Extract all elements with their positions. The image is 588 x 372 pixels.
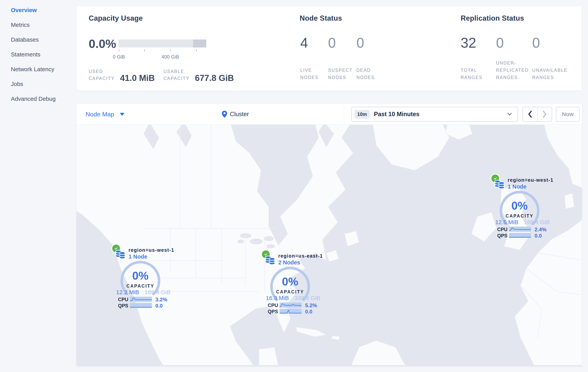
time-range-badge: 10m <box>355 110 370 119</box>
qps-value: 0.0 <box>535 233 542 239</box>
capacity-bar-tick-label: 0 GiB <box>113 54 125 60</box>
node-map-toolbar: Node Map Cluster 10m Past 10 Minutes <box>76 104 582 125</box>
qps-value: 0.0 <box>155 303 163 309</box>
usable-capacity-metric: USABLE CAPACITY 677.8 GiB <box>164 68 234 82</box>
used-capacity-label: USED CAPACITY <box>89 68 115 82</box>
region-capacity-percent: 0% <box>270 275 311 288</box>
dead-nodes-count: 0 <box>357 35 375 51</box>
chevron-down-icon <box>120 113 125 116</box>
region-name: region=us-east-1 <box>278 253 323 259</box>
qps-value: 0.0 <box>305 309 313 315</box>
live-nodes-stat: 4 LIVENODES <box>300 35 318 81</box>
sidebar-item-databases[interactable]: Databases <box>0 32 76 47</box>
usable-capacity-value: 677.8 GiB <box>195 73 234 83</box>
capacity-gauge-label: CAPACITY <box>270 289 311 295</box>
node-map[interactable]: region=us-west-1 1 Node 0% CAPACITY 12.2… <box>76 125 582 366</box>
time-range-dropdown[interactable]: 10m Past 10 Minutes <box>351 107 518 122</box>
under-replicated-ranges-label: UNDER-REPLICATEDRANGES <box>496 60 529 81</box>
capacity-gauge-label: CAPACITY <box>120 284 161 289</box>
chevron-right-icon <box>542 110 547 118</box>
cpu-sparkline <box>280 303 302 308</box>
capacity-bar-tick-label: 400 GiB <box>162 54 179 60</box>
used-capacity-metric: USED CAPACITY 41.0 MiB <box>89 68 155 82</box>
used-capacity-value: 41.0 MiB <box>120 73 155 83</box>
capacity-bar-tick <box>196 49 197 52</box>
cpu-label: CPU <box>118 297 128 302</box>
now-button[interactable]: Now <box>556 107 580 122</box>
capacity-bar: 0 GiB400 GiB <box>118 40 206 65</box>
sidebar-item-network-latency[interactable]: Network Latency <box>0 62 76 77</box>
region-cpu-row: CPU 3.2% <box>118 297 172 302</box>
cpu-value: 3.2% <box>155 297 168 303</box>
dead-nodes-label: DEADNODES <box>357 67 375 81</box>
region-capacity-percent: 0% <box>499 199 540 212</box>
cpu-sparkline <box>509 227 531 232</box>
capacity-bar-track <box>118 40 206 47</box>
sidebar-nav: Overview Metrics Databases Statements Ne… <box>0 0 76 372</box>
capacity-usage-title: Capacity Usage <box>89 14 143 22</box>
region-name: region=eu-west-1 <box>508 177 553 183</box>
cpu-value: 2.4% <box>535 227 546 233</box>
live-nodes-count: 4 <box>300 35 318 51</box>
breadcrumb-label: Cluster <box>230 111 249 118</box>
unavailable-ranges-stat: 0 UNAVAILABLERANGES <box>532 35 567 81</box>
breadcrumb[interactable]: Cluster <box>222 104 249 125</box>
suspect-nodes-stat: 0 SUSPECTNODES <box>328 35 353 81</box>
qps-sparkline <box>130 303 152 308</box>
region-qps-row: QPS 0.0 <box>268 309 321 314</box>
cpu-label: CPU <box>497 227 507 232</box>
region-node-us-east-1[interactable]: region=us-east-1 2 Nodes 0% CAPACITY 16.… <box>261 249 321 315</box>
total-ranges-label: TOTALRANGES <box>461 67 483 81</box>
sidebar-item-jobs[interactable]: Jobs <box>0 77 76 91</box>
cpu-sparkline <box>130 297 152 302</box>
view-mode-dropdown[interactable]: Node Map <box>85 104 125 125</box>
region-total-capacity: 169.4 GiB <box>145 289 170 296</box>
time-window-pager <box>523 107 552 122</box>
region-total-capacity: 338.9 GiB <box>294 295 320 301</box>
under-replicated-ranges-count: 0 <box>496 35 529 51</box>
prev-time-window-button[interactable] <box>523 107 537 121</box>
sidebar-item-overview[interactable]: Overview <box>0 3 76 18</box>
suspect-nodes-label: SUSPECTNODES <box>328 67 353 81</box>
qps-sparkline <box>509 233 531 238</box>
node-status-title: Node Status <box>300 14 342 22</box>
sidebar-item-statements[interactable]: Statements <box>0 47 76 62</box>
region-node-us-west-1[interactable]: region=us-west-1 1 Node 0% CAPACITY 12.2… <box>111 243 172 309</box>
total-ranges-count: 32 <box>461 35 483 51</box>
qps-label: QPS <box>118 303 128 308</box>
region-node-count[interactable]: 1 Node <box>508 183 526 190</box>
capacity-used-percent: 0.0% <box>89 37 116 51</box>
region-node-count[interactable]: 2 Nodes <box>278 259 300 266</box>
database-stack-icon <box>115 248 126 259</box>
unavailable-ranges-count: 0 <box>532 35 567 51</box>
cluster-summary-card: Capacity Usage 0.0% 0 GiB400 GiB USED CA… <box>76 6 582 91</box>
database-stack-icon <box>265 254 276 265</box>
capacity-bar-tick <box>170 49 171 52</box>
cpu-label: CPU <box>268 303 278 308</box>
sidebar-item-metrics[interactable]: Metrics <box>0 18 76 32</box>
sidebar-item-advanced-debug[interactable]: Advanced Debug <box>0 91 76 106</box>
view-mode-label: Node Map <box>85 111 114 118</box>
database-stack-icon <box>494 178 505 189</box>
db-console-overview-page: { "sidebar": { "items": [ { "label": "Ov… <box>0 0 588 372</box>
cpu-value: 5.2% <box>305 303 317 308</box>
region-node-count[interactable]: 1 Node <box>128 254 147 260</box>
unavailable-ranges-label: UNAVAILABLERANGES <box>532 67 567 81</box>
capacity-bar-segment <box>193 40 206 47</box>
region-capacity-percent: 0% <box>120 269 161 282</box>
live-nodes-label: LIVENODES <box>300 67 318 81</box>
capacity-bar-tick <box>119 49 119 52</box>
chevron-left-icon <box>527 110 533 118</box>
next-time-window-button[interactable] <box>537 107 552 121</box>
region-cpu-row: CPU 2.4% <box>497 227 551 232</box>
location-pin-icon <box>222 111 227 118</box>
suspect-nodes-count: 0 <box>328 35 353 51</box>
region-node-eu-west-1[interactable]: region=eu-west-1 1 Node 0% CAPACITY 12.5… <box>490 173 551 239</box>
dead-nodes-stat: 0 DEADNODES <box>357 35 375 81</box>
chevron-down-icon <box>507 112 513 116</box>
region-qps-row: QPS 0.0 <box>118 303 172 308</box>
total-ranges-stat: 32 TOTALRANGES <box>461 35 483 81</box>
qps-label: QPS <box>268 309 278 314</box>
region-used-capacity: 16.3 MiB <box>266 295 289 301</box>
region-total-capacity: 169.4 GiB <box>524 219 550 225</box>
